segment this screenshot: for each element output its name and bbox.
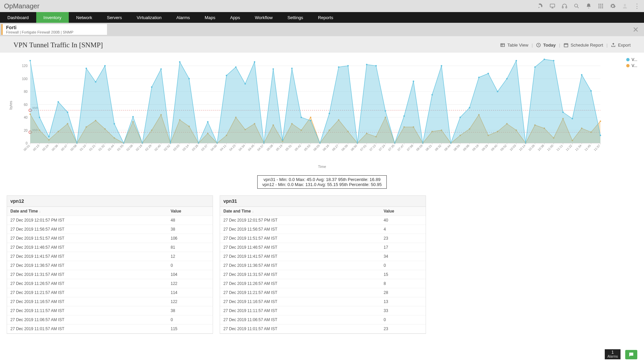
main-nav: DashboardInventoryNetworkServersVirtuali…: [0, 12, 644, 23]
nav-tab-inventory[interactable]: Inventory: [36, 12, 69, 23]
table-row[interactable]: 27 Dec 2019 11:56:57 AM IST4: [220, 225, 426, 234]
close-icon[interactable]: ✕: [633, 25, 639, 34]
cell-datetime: 27 Dec 2019 11:56:57 AM IST: [220, 225, 380, 234]
nav-tab-reports[interactable]: Reports: [311, 12, 341, 23]
svg-text:01:32: 01:32: [98, 144, 105, 152]
svg-text:60: 60: [24, 103, 28, 107]
date-range-button[interactable]: Today: [536, 43, 555, 48]
cell-datetime: 27 Dec 2019 11:01:57 AM IST: [7, 324, 167, 334]
svg-text:11:11: 11:11: [556, 144, 564, 152]
table-row[interactable]: 27 Dec 2019 11:11:57 AM IST38: [7, 306, 213, 315]
sort-icon: ↓: [39, 210, 41, 213]
table-row[interactable]: 27 Dec 2019 11:46:57 AM IST17: [220, 243, 426, 252]
table-row[interactable]: 27 Dec 2019 12:01:57 PM IST40: [220, 216, 426, 225]
brand-label: OpManager: [4, 2, 40, 10]
export-button[interactable]: Export: [611, 43, 631, 48]
cell-value: 122: [167, 297, 213, 306]
nav-tab-settings[interactable]: Settings: [280, 12, 311, 23]
sort-icon: ↓: [252, 210, 254, 213]
svg-point-121: [235, 66, 236, 68]
table-row[interactable]: 27 Dec 2019 11:06:57 AM IST0: [220, 315, 426, 324]
schedule-report-button[interactable]: Schedule Report: [564, 43, 603, 48]
nav-tab-alarms[interactable]: Alarms: [169, 12, 197, 23]
nav-tab-dashboard[interactable]: Dashboard: [0, 12, 36, 23]
svg-rect-14: [501, 44, 504, 47]
cell-value: 23: [380, 234, 426, 243]
cell-value: 115: [167, 324, 213, 334]
svg-text:08:09: 08:09: [416, 144, 423, 152]
table-row[interactable]: 27 Dec 2019 11:21:57 AM IST114: [7, 288, 213, 297]
cell-datetime: 27 Dec 2019 11:16:57 AM IST: [7, 297, 167, 306]
table-row[interactable]: 27 Dec 2019 11:16:57 AM IST122: [7, 297, 213, 306]
table-row[interactable]: 27 Dec 2019 11:41:57 AM IST12: [7, 252, 213, 261]
table-row[interactable]: 27 Dec 2019 11:16:57 AM IST13: [220, 297, 426, 306]
svg-text:02:40: 02:40: [154, 144, 162, 152]
nav-tab-apps[interactable]: Apps: [223, 12, 248, 23]
nav-tab-maps[interactable]: Maps: [197, 12, 223, 23]
bell-icon[interactable]: [586, 3, 592, 9]
svg-text:09:18: 09:18: [472, 144, 479, 152]
table-row[interactable]: 27 Dec 2019 11:41:57 AM IST34: [220, 252, 426, 261]
title-bar: OpManager ⋮: [0, 0, 644, 12]
titlebar-icon-row: ⋮: [537, 3, 640, 9]
legend-item-vpn31[interactable]: V...: [626, 63, 637, 68]
table-row[interactable]: 27 Dec 2019 11:26:57 AM IST8: [220, 279, 426, 288]
chat-icon: [628, 352, 634, 358]
monitor-icon[interactable]: [549, 3, 555, 9]
table-row[interactable]: 27 Dec 2019 11:06:57 AM IST0: [7, 315, 213, 324]
gear-icon[interactable]: [610, 3, 616, 9]
svg-point-113: [160, 68, 162, 70]
table-row[interactable]: 27 Dec 2019 11:26:57 AM IST122: [7, 279, 213, 288]
table-row[interactable]: 27 Dec 2019 11:11:57 AM IST33: [220, 306, 426, 315]
svg-point-151: [516, 60, 517, 61]
svg-text:11:45: 11:45: [584, 144, 592, 152]
chat-button[interactable]: [625, 350, 637, 359]
table-row[interactable]: 27 Dec 2019 11:36:57 AM IST0: [220, 261, 426, 270]
svg-point-153: [534, 66, 536, 68]
legend-item-vpn12[interactable]: V...: [626, 57, 637, 62]
col-datetime[interactable]: Date and Time↓: [7, 207, 167, 216]
kebab-icon[interactable]: ⋮: [634, 3, 640, 9]
svg-point-105: [86, 68, 87, 69]
calendar-icon: [564, 43, 569, 48]
svg-text:10:26: 10:26: [528, 144, 535, 152]
svg-text:07:13: 07:13: [369, 144, 377, 152]
table-row[interactable]: 27 Dec 2019 11:51:57 AM IST106: [7, 234, 213, 243]
table-row[interactable]: 27 Dec 2019 11:51:57 AM IST23: [220, 234, 426, 243]
search-icon[interactable]: [574, 3, 580, 9]
table-row[interactable]: 27 Dec 2019 11:01:57 AM IST115: [7, 324, 213, 334]
svg-point-116: [189, 78, 190, 79]
table-row[interactable]: 27 Dec 2019 11:36:57 AM IST0: [7, 261, 213, 270]
nav-tab-servers[interactable]: Servers: [100, 12, 129, 23]
svg-point-106: [95, 81, 96, 82]
cell-value: 0: [167, 261, 213, 270]
traffic-chart[interactable]: 02040608010012095th95th00:0100:1300:2400…: [7, 56, 631, 163]
page-action-row: Table View | Today | Schedule Report | E…: [500, 43, 631, 48]
col-value[interactable]: Value: [380, 207, 426, 216]
table-row[interactable]: 27 Dec 2019 11:21:57 AM IST28: [220, 288, 426, 297]
device-path: Firewall | Fortigate Firewall 200B | SNM…: [6, 30, 73, 34]
cell-value: 34: [380, 252, 426, 261]
svg-text:04:00: 04:00: [210, 144, 218, 152]
nav-tab-workflow[interactable]: Workflow: [248, 12, 280, 23]
rocket-icon[interactable]: [537, 3, 543, 9]
alarms-badge[interactable]: 1 Alarms: [605, 349, 621, 359]
svg-point-133: [347, 65, 348, 66]
apps-icon[interactable]: [598, 3, 604, 9]
nav-tab-network[interactable]: Network: [69, 12, 100, 23]
table-row[interactable]: 27 Dec 2019 11:01:57 AM IST23: [220, 324, 426, 334]
breadcrumb-card[interactable]: Forti Firewall | Fortigate Firewall 200B…: [1, 24, 107, 35]
headset-icon[interactable]: [561, 3, 568, 9]
col-datetime[interactable]: Date and Time↓: [220, 207, 380, 216]
user-icon[interactable]: [622, 3, 628, 9]
nav-tab-virtualization[interactable]: Virtualization: [129, 12, 169, 23]
cell-value: 38: [167, 306, 213, 315]
table-row[interactable]: 27 Dec 2019 11:31:57 AM IST104: [7, 270, 213, 279]
table-row[interactable]: 27 Dec 2019 11:56:57 AM IST38: [7, 225, 213, 234]
table-view-button[interactable]: Table View: [500, 43, 528, 48]
col-value[interactable]: Value: [167, 207, 213, 216]
svg-text:08:21: 08:21: [425, 144, 433, 152]
table-row[interactable]: 27 Dec 2019 11:46:57 AM IST81: [7, 243, 213, 252]
table-row[interactable]: 27 Dec 2019 12:01:57 PM IST48: [7, 216, 213, 225]
table-row[interactable]: 27 Dec 2019 11:31:57 AM IST15: [220, 270, 426, 279]
